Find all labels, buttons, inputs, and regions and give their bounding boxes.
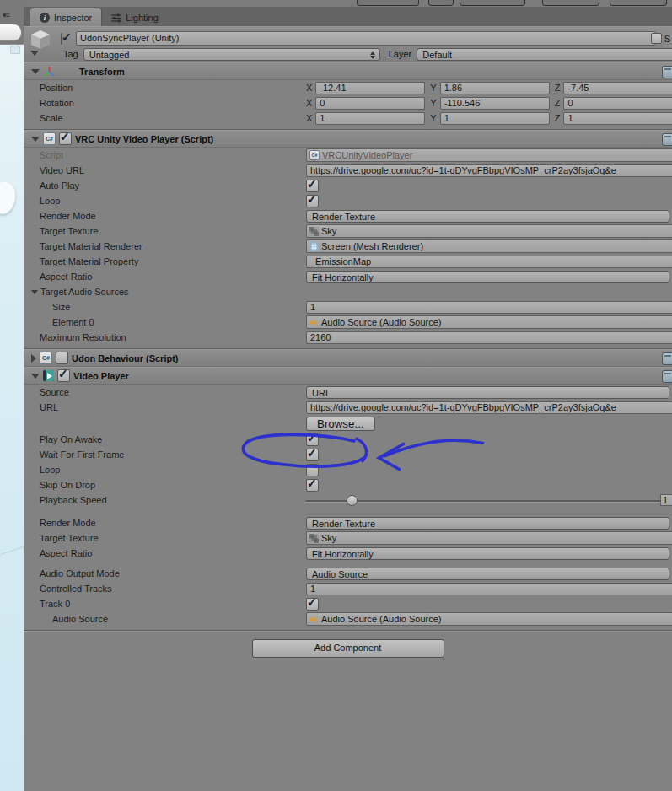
transform-title: Transform xyxy=(79,67,125,77)
size-input[interactable]: 1 xyxy=(306,301,672,314)
script-icon: C# xyxy=(309,150,320,160)
video-url-label: Video URL xyxy=(24,165,306,175)
udon-title: Udon Behaviour (Script) xyxy=(72,353,179,363)
texture-icon xyxy=(309,534,319,543)
controlled-tracks-input[interactable]: 1 xyxy=(306,583,672,595)
track0-checkbox[interactable]: ✓ xyxy=(306,598,319,611)
video-player-title: Video Player xyxy=(73,371,129,381)
vrc-video-player-header[interactable]: C# ✓ VRC Unity Video Player (Script) xyxy=(24,130,672,148)
rotation-x-field[interactable]: 0 xyxy=(315,97,425,110)
vrc-loop-checkbox[interactable]: ✓ xyxy=(306,195,319,207)
udon-enabled-checkbox[interactable] xyxy=(56,352,68,364)
vrc-video-player-component: C# ✓ VRC Unity Video Player (Script) Scr… xyxy=(24,130,672,349)
target-material-property-input[interactable]: _EmissionMap xyxy=(306,256,672,268)
rotation-row: Rotation X0 Y-110.546 Z0 xyxy=(24,95,672,110)
tag-stepper-icon xyxy=(370,51,376,60)
source-dropdown[interactable]: URL xyxy=(306,386,669,399)
url-input[interactable]: https://drive.google.com/uc?id=1t-qDYvgF… xyxy=(306,401,672,414)
controlled-tracks-label: Controlled Tracks xyxy=(24,584,306,594)
layer-dropdown[interactable]: Default xyxy=(417,48,672,61)
wait-first-frame-checkbox[interactable]: ✓ xyxy=(306,449,319,461)
position-x-field[interactable]: -12.41 xyxy=(315,82,425,94)
static-checkbox[interactable] xyxy=(651,33,662,44)
help-doc-icon[interactable] xyxy=(662,66,672,78)
target-material-renderer-label: Target Material Renderer xyxy=(24,241,306,251)
max-resolution-row: Maximum Resolution 2160 xyxy=(24,330,672,345)
play-on-awake-row: Play On Awake ✓ xyxy=(24,432,672,447)
tab-inspector-label: Inspector xyxy=(54,13,92,23)
target-material-property-row: Target Material Property _EmissionMap xyxy=(24,254,672,269)
rotation-y-field[interactable]: -110.546 xyxy=(440,97,550,110)
target-texture-object-field[interactable]: Sky xyxy=(306,224,672,238)
position-y-field[interactable]: 1.86 xyxy=(440,82,550,94)
position-z-field[interactable]: -7.45 xyxy=(563,82,672,94)
pane-menu-icon[interactable]: ▾≡ xyxy=(3,11,19,19)
foldout-closed-icon[interactable] xyxy=(31,354,36,363)
aspect-ratio-label: Aspect Ratio xyxy=(24,272,306,282)
target-material-renderer-row: Target Material Renderer Screen (Mesh Re… xyxy=(24,239,672,254)
mesh-renderer-icon xyxy=(309,242,319,251)
vrc-enabled-checkbox[interactable]: ✓ xyxy=(59,132,72,145)
audio-output-mode-dropdown[interactable]: Audio Source xyxy=(306,568,669,580)
csharp-script-icon: C# xyxy=(40,352,52,364)
position-row: Position X-12.41 Y1.86 Z-7.45 xyxy=(24,80,672,95)
scale-z-field[interactable]: 1 xyxy=(563,112,672,125)
gameobject-active-checkbox[interactable]: ✓ xyxy=(61,33,62,45)
skip-on-drop-row: Skip On Drop ✓ xyxy=(24,477,672,492)
tab-inspector[interactable]: i Inspector xyxy=(30,8,102,26)
unity-editor: { "tabs": { "inspector": "Inspector", "l… xyxy=(0,0,672,791)
browse-button[interactable]: Browse... xyxy=(306,417,375,431)
help-doc-icon[interactable] xyxy=(662,370,672,383)
playback-speed-value[interactable]: 1 xyxy=(660,494,672,506)
auto-play-row: Auto Play ✓ xyxy=(24,178,672,193)
target-texture-label: Target Texture xyxy=(24,226,306,236)
audio-source-object-field[interactable]: Audio Source (Audio Source) xyxy=(306,612,672,626)
element0-object-field[interactable]: Audio Source (Audio Source) xyxy=(306,315,672,329)
render-mode-dropdown[interactable]: Render Texture xyxy=(306,210,669,223)
auto-play-label: Auto Play xyxy=(24,180,306,191)
tag-layer-row: Tag Untagged Layer Default xyxy=(24,47,672,61)
transform-header[interactable]: Transform xyxy=(24,62,672,80)
play-on-awake-checkbox[interactable]: ✓ xyxy=(306,433,319,446)
help-doc-icon[interactable] xyxy=(662,133,672,146)
add-component-button[interactable]: Add Component xyxy=(252,639,444,658)
help-doc-icon[interactable] xyxy=(662,352,672,365)
target-material-renderer-field[interactable]: Screen (Mesh Renderer) xyxy=(306,239,672,253)
skip-on-drop-checkbox[interactable]: ✓ xyxy=(306,479,319,492)
video-player-header[interactable]: ✓ Video Player xyxy=(24,367,672,385)
source-row: Source URL xyxy=(24,385,672,400)
target-audio-sources-foldout[interactable]: Target Audio Sources xyxy=(24,287,306,297)
vp-render-mode-dropdown[interactable]: Render Texture xyxy=(306,517,669,530)
scale-y-field[interactable]: 1 xyxy=(440,112,550,125)
video-url-input[interactable]: https://drive.google.com/uc?id=1t-qDYvgF… xyxy=(306,164,672,177)
slider-thumb[interactable] xyxy=(347,495,358,506)
max-resolution-input[interactable]: 2160 xyxy=(306,331,672,344)
scale-x-field[interactable]: 1 xyxy=(315,112,425,125)
udon-behaviour-header[interactable]: C# Udon Behaviour (Script) xyxy=(24,349,672,367)
loop-row: Loop xyxy=(24,462,672,477)
vp-target-texture-field[interactable]: Sky xyxy=(306,531,672,545)
playback-speed-slider[interactable]: 1 xyxy=(306,493,672,507)
script-object-field[interactable]: C# VRCUnityVideoPlayer xyxy=(306,148,672,162)
video-player-icon xyxy=(43,370,54,381)
video-player-enabled-checkbox[interactable]: ✓ xyxy=(57,369,70,382)
rotation-z-field[interactable]: 0 xyxy=(563,97,672,110)
audio-source-icon xyxy=(309,615,319,624)
transform-icon xyxy=(43,66,56,78)
vp-target-texture-label: Target Texture xyxy=(24,533,306,543)
auto-play-checkbox[interactable]: ✓ xyxy=(306,180,319,192)
scene-search-field-edge xyxy=(0,24,22,41)
aspect-ratio-dropdown[interactable]: Fit Horizontally xyxy=(306,271,669,283)
tab-lighting-label: Lighting xyxy=(126,13,159,23)
position-label: Position xyxy=(24,83,306,93)
foldout-open-icon xyxy=(31,290,38,294)
gameobject-name-input[interactable]: UdonSyncPlayer (Unity) xyxy=(76,31,656,46)
foldout-open-icon[interactable] xyxy=(31,137,40,142)
loop-checkbox[interactable] xyxy=(306,464,319,476)
loop-label: Loop xyxy=(24,465,306,475)
vp-aspect-ratio-dropdown[interactable]: Fit Horizontally xyxy=(306,547,669,560)
foldout-open-icon[interactable] xyxy=(31,69,40,74)
foldout-open-icon[interactable] xyxy=(31,374,40,379)
tag-dropdown[interactable]: Untagged xyxy=(83,48,380,61)
tab-lighting[interactable]: Lighting xyxy=(102,8,168,26)
